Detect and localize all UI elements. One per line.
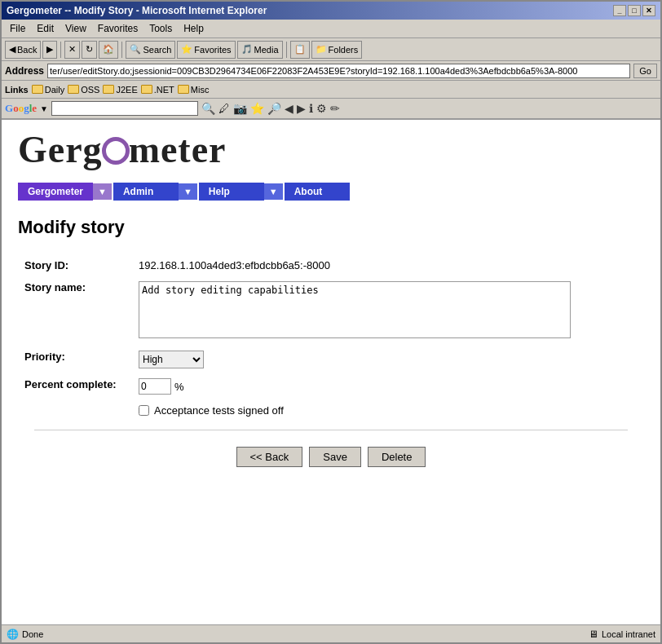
forward-button[interactable]: ▶	[42, 41, 57, 59]
acceptance-label: Acceptance tests signed off	[154, 404, 284, 417]
story-name-label: Story name:	[18, 276, 132, 346]
menu-favorites[interactable]: Favorites	[93, 21, 143, 36]
address-label: Address	[5, 65, 44, 77]
google-icons: 🔍 🖊 📷 ⭐ 🔎 ◀ ▶ ℹ ⚙ ✏	[201, 102, 340, 115]
folders-button[interactable]: 📁 Folders	[311, 41, 363, 59]
home-button[interactable]: 🏠	[99, 41, 118, 59]
status-text: Done	[22, 629, 43, 639]
status-bar: 🌐 Done 🖥 Local intranet	[2, 624, 660, 642]
acceptance-row: Acceptance tests signed off	[18, 399, 644, 421]
nav-item-about[interactable]: About	[285, 183, 350, 201]
toolbar-sep-3	[286, 42, 287, 58]
toolbar-sep-1	[60, 42, 61, 58]
restore-button[interactable]: □	[628, 5, 641, 16]
search-button[interactable]: 🔍 Search	[126, 41, 175, 59]
back-button[interactable]: ◀ Back	[5, 41, 41, 59]
nav-dropdown-gergometer[interactable]: ▼	[93, 183, 112, 200]
go-button[interactable]: Go	[633, 64, 657, 78]
address-bar: Address Go	[2, 61, 660, 81]
google-highlight-icon[interactable]: 🖊	[218, 102, 230, 115]
status-page-icon: 🌐	[7, 629, 19, 640]
google-magnify-icon[interactable]: 🔎	[267, 102, 281, 115]
form-table: Story ID: 192.168.1.100a4ded3:efbdcbb6a5…	[18, 254, 644, 399]
status-left: 🌐 Done	[7, 629, 43, 640]
stop-button[interactable]: ✕	[64, 41, 80, 59]
priority-cell: Low Medium High Critical	[132, 346, 644, 373]
nav-label-help[interactable]: Help	[199, 183, 264, 201]
link-oss[interactable]: OSS	[68, 85, 99, 95]
menu-edit[interactable]: Edit	[32, 21, 59, 36]
save-button[interactable]: Save	[309, 447, 361, 467]
menu-help[interactable]: Help	[179, 21, 209, 36]
google-bookmark-icon[interactable]: ⭐	[250, 102, 264, 115]
link-j2ee[interactable]: J2EE	[103, 85, 137, 95]
links-bar: Links Daily OSS J2EE .NET Misc	[2, 81, 660, 99]
form-divider	[34, 430, 628, 430]
menu-file[interactable]: File	[5, 21, 30, 36]
nav-label-admin[interactable]: Admin	[113, 183, 179, 201]
button-row: << Back Save Delete	[18, 439, 644, 475]
nav-label-about[interactable]: About	[285, 183, 350, 201]
folder-icon-j2ee	[103, 85, 114, 94]
link-dotnet[interactable]: .NET	[141, 85, 174, 95]
nav-dropdown-admin[interactable]: ▼	[179, 183, 197, 200]
google-forward-icon[interactable]: ▶	[297, 102, 306, 115]
percent-input[interactable]	[139, 378, 171, 395]
priority-row: Priority: Low Medium High Critical	[18, 346, 644, 373]
folder-icon-dotnet	[141, 85, 152, 94]
google-info-icon[interactable]: ℹ	[309, 102, 313, 115]
nav-label-gergometer[interactable]: Gergometer	[18, 183, 93, 201]
percent-symbol: %	[174, 381, 184, 393]
folder-icon-misc	[178, 85, 189, 94]
page-content: Gergmeter Gergometer ▼ Admin ▼ Help	[2, 120, 660, 624]
google-logo[interactable]: Google	[5, 102, 37, 115]
delete-button[interactable]: Delete	[368, 447, 426, 467]
google-search-icon[interactable]: 🔍	[201, 102, 215, 115]
menu-view[interactable]: View	[60, 21, 91, 36]
links-label: Links	[5, 85, 29, 95]
percent-label: Percent complete:	[18, 373, 132, 399]
story-name-cell	[132, 276, 644, 346]
story-id-value: 192.168.1.100a4ded3:efbdcbb6a5:-8000	[132, 254, 644, 276]
menu-tools[interactable]: Tools	[144, 21, 177, 36]
folder-icon-oss	[68, 85, 79, 94]
folder-icon-daily	[32, 85, 43, 94]
favorites-button[interactable]: ⭐ Favorites	[177, 41, 235, 59]
nav-item-admin[interactable]: Admin ▼	[113, 183, 197, 201]
google-dropdown-icon[interactable]: ▼	[40, 104, 48, 113]
back-form-button[interactable]: << Back	[236, 447, 303, 467]
link-misc[interactable]: Misc	[178, 85, 210, 95]
minimize-button[interactable]: _	[613, 5, 626, 16]
site-header: Gergmeter	[2, 120, 660, 179]
link-daily[interactable]: Daily	[32, 85, 64, 95]
google-pencil-icon[interactable]: ✏	[330, 102, 340, 115]
computer-icon: 🖥	[589, 629, 598, 640]
close-button[interactable]: ✕	[642, 5, 655, 16]
media-button[interactable]: 🎵 Media	[237, 41, 283, 59]
nav-item-gergometer[interactable]: Gergometer ▼	[18, 183, 112, 201]
toolbar-sep-2	[121, 42, 122, 58]
status-zone: Local intranet	[602, 629, 655, 639]
priority-select[interactable]: Low Medium High Critical	[139, 351, 204, 368]
title-bar: Gergometer -- Modify Story - Microsoft I…	[2, 2, 660, 20]
story-name-row: Story name:	[18, 276, 644, 346]
acceptance-checkbox[interactable]	[139, 405, 149, 416]
nav-dropdown-help[interactable]: ▼	[264, 183, 283, 200]
history-button[interactable]: 📋	[290, 41, 310, 59]
window-controls: _ □ ✕	[613, 5, 655, 16]
menu-bar: File Edit View Favorites Tools Help	[2, 20, 660, 38]
story-name-textarea[interactable]	[139, 281, 571, 338]
refresh-button[interactable]: ↻	[82, 41, 97, 59]
nav-bar: Gergometer ▼ Admin ▼ Help ▼ About	[2, 179, 660, 204]
form-container: Modify story Story ID: 192.168.1.100a4de…	[2, 204, 660, 488]
google-camera-icon[interactable]: 📷	[233, 102, 247, 115]
story-id-row: Story ID: 192.168.1.100a4ded3:efbdcbb6a5…	[18, 254, 644, 276]
nav-item-help[interactable]: Help ▼	[199, 183, 283, 201]
google-search-input[interactable]	[51, 101, 198, 116]
google-back-icon[interactable]: ◀	[285, 102, 293, 115]
google-toolbar: Google ▼ 🔍 🖊 📷 ⭐ 🔎 ◀ ▶ ℹ ⚙ ✏	[2, 99, 660, 120]
google-settings-icon[interactable]: ⚙	[316, 102, 327, 115]
browser-toolbar: ◀ Back ▶ ✕ ↻ 🏠 🔍 Search ⭐ Favorites 🎵 Me…	[2, 38, 660, 61]
address-input[interactable]	[47, 64, 630, 78]
percent-row-inner: %	[139, 378, 638, 395]
